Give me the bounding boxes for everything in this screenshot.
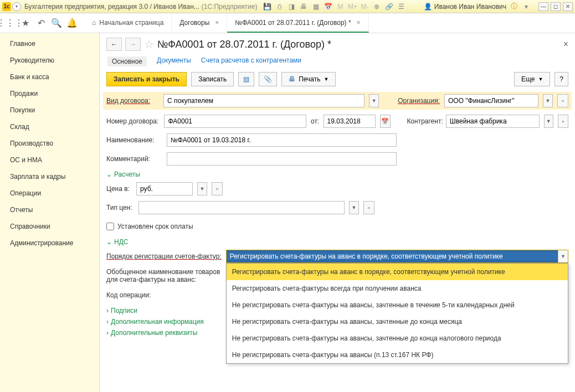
favorite-star-icon[interactable]: ☆	[144, 38, 154, 51]
print-button[interactable]: 🖶Печать▼	[281, 72, 336, 86]
tip-label: Тип цен:	[106, 204, 134, 212]
forward-button[interactable]: →	[125, 38, 141, 51]
calc-m-icon[interactable]: M	[336, 2, 345, 11]
close-window-button[interactable]: ✕	[563, 2, 573, 11]
window-title: Бухгалтерия предприятия, редакция 3.0 / …	[24, 3, 199, 11]
calc-mp-icon[interactable]: M+	[348, 2, 357, 11]
close-icon[interactable]: ×	[357, 19, 361, 27]
srok-checkbox[interactable]	[106, 223, 114, 230]
org-label: Организация:	[398, 97, 440, 105]
dropdown-option[interactable]: Не регистрировать счета-фактуры на аванс…	[227, 313, 568, 330]
sidebar-item-admin[interactable]: Администрирование	[0, 235, 99, 251]
tab-document[interactable]: №ФА0001 от 28.07.2011 г. (Договор) * ×	[227, 13, 368, 33]
sidebar-item-production[interactable]: Производство	[0, 135, 99, 152]
minimize-button[interactable]: —	[538, 2, 548, 11]
num-field[interactable]: ФА0001	[164, 115, 306, 128]
kontr-field[interactable]: Швейная фабрика	[446, 115, 540, 128]
calendar-button[interactable]: 📅	[380, 115, 391, 128]
tab-home[interactable]: ⌂ Начальная страница	[84, 13, 172, 33]
sidebar-item-warehouse[interactable]: Склад	[0, 118, 99, 135]
compare-icon[interactable]: ◨	[287, 2, 296, 11]
sidebar-item-manager[interactable]: Руководителю	[0, 52, 99, 69]
table-icon[interactable]: ▦	[311, 2, 320, 11]
zoom-in-icon[interactable]: ⊕	[372, 2, 381, 11]
save-disk-icon[interactable]: 💾	[263, 2, 271, 11]
group-raschety[interactable]: Расчеты	[106, 171, 568, 178]
more-button[interactable]: Еще▼	[514, 72, 550, 86]
subtab-documents[interactable]: Документы	[157, 56, 191, 66]
apps-grid-icon[interactable]: ⋮⋮⋮	[2, 16, 18, 31]
tab-contracts-label: Договоры	[179, 19, 209, 27]
org-open-button[interactable]: ▫	[557, 94, 568, 107]
main-content: ← → ☆ №ФА0001 от 28.07.2011 г. (Договор)…	[100, 33, 575, 392]
page-title: №ФА0001 от 28.07.2011 г. (Договор) *	[157, 39, 331, 50]
form-button[interactable]: ▤	[238, 72, 254, 86]
dropdown-option[interactable]: Регистрировать счета-фактуры на аванс в …	[227, 264, 568, 280]
vid-dropdown-button[interactable]: ▼	[369, 94, 379, 107]
close-icon[interactable]: ×	[215, 19, 219, 27]
close-document-button[interactable]: ×	[563, 39, 568, 49]
dropdown-icon[interactable]: ▾	[12, 2, 21, 11]
sidebar-item-assets[interactable]: ОС и НМА	[0, 152, 99, 168]
tab-contracts[interactable]: Договоры ×	[172, 13, 227, 33]
bell-icon[interactable]: 🔔	[64, 16, 80, 31]
sidebar-item-sales[interactable]: Продажи	[0, 85, 99, 102]
info-icon[interactable]: ⓘ	[510, 2, 518, 11]
kontr-open-button[interactable]: ▫	[558, 115, 568, 128]
print-icon[interactable]: ⎙	[275, 2, 284, 11]
star-icon[interactable]: ★	[18, 16, 33, 31]
cena-field[interactable]: руб.	[136, 182, 193, 195]
sidebar-item-purchases[interactable]: Покупки	[0, 102, 99, 118]
dropdown-option[interactable]: Регистрировать счета-фактуры всегда при …	[227, 280, 568, 297]
favorites-icon[interactable]: ☰	[397, 2, 405, 11]
tip-open-button[interactable]: ▫	[363, 201, 374, 214]
komm-field[interactable]	[167, 152, 397, 166]
help-button[interactable]: ?	[555, 72, 568, 86]
poryadok-dropdown-button[interactable]: ▼	[558, 250, 568, 262]
back-button[interactable]: ←	[106, 38, 122, 51]
sidebar-item-reports[interactable]: Отчеты	[0, 202, 99, 218]
user-indicator[interactable]: 👤 Иванов Иван Иванович	[424, 3, 506, 11]
org-field[interactable]: ООО "ФинансЛизинг"	[444, 94, 538, 107]
cena-open-button[interactable]: ▫	[212, 182, 223, 195]
org-dropdown-button[interactable]: ▼	[543, 94, 553, 107]
link-icon[interactable]: 🔗	[384, 2, 393, 11]
subtab-accounts[interactable]: Счета расчетов с контрагентами	[201, 56, 301, 66]
vid-field[interactable]: С покупателем	[163, 94, 364, 107]
kontr-dropdown-button[interactable]: ▼	[544, 115, 553, 128]
num-label: Номер договора:	[106, 117, 160, 125]
dropdown-option[interactable]: Не регистрировать счета-фактуры на аванс…	[227, 330, 568, 347]
calc-mm-icon[interactable]: M-	[360, 2, 369, 11]
printer-icon: 🖶	[289, 75, 295, 83]
tip-dropdown-button[interactable]: ▼	[349, 201, 359, 214]
save-close-button[interactable]: Записать и закрыть	[106, 72, 187, 86]
tip-field[interactable]	[138, 201, 345, 214]
naim-label: Наименование:	[106, 136, 162, 144]
subtab-main[interactable]: Основное	[107, 56, 147, 66]
calendar-icon[interactable]: 📅	[324, 2, 332, 11]
attach-button[interactable]: 📎	[259, 72, 277, 86]
sidebar-item-bank[interactable]: Банк и касса	[0, 69, 99, 85]
naim-field[interactable]: №ФА0001 от 19.03.2018 г.	[167, 133, 397, 147]
help-label: ?	[559, 75, 563, 83]
sidebar-item-catalogs[interactable]: Справочники	[0, 218, 99, 235]
save-button[interactable]: Записать	[191, 72, 234, 86]
form-icon: ▤	[243, 75, 249, 83]
printer2-icon[interactable]: 🖶	[299, 2, 308, 11]
sidebar-item-main[interactable]: Главное	[0, 38, 99, 52]
sidebar-item-operations[interactable]: Операции	[0, 185, 99, 202]
komm-label: Комментарий:	[106, 155, 162, 163]
sidebar-item-salary[interactable]: Зарплата и кадры	[0, 168, 99, 185]
kod-label: Код операции:	[106, 291, 156, 299]
poryadok-select[interactable]: Регистрировать счета-фактуры на аванс в …	[226, 250, 568, 263]
group-nds[interactable]: НДС	[106, 238, 568, 246]
history-icon[interactable]: ↶	[33, 16, 49, 31]
dropdown-option[interactable]: Не регистрировать счета-фактуры на аванс…	[227, 347, 568, 363]
dropdown-option[interactable]: Не регистрировать счета-фактуры на аванс…	[227, 297, 568, 313]
cena-dropdown-button[interactable]: ▼	[197, 182, 207, 195]
date-field[interactable]: 19.03.2018	[324, 115, 376, 128]
maximize-button[interactable]: ◻	[551, 2, 561, 11]
dropdown2-icon[interactable]: ▾	[522, 2, 531, 11]
date-value: 19.03.2018	[327, 117, 361, 125]
search-icon[interactable]: 🔍	[49, 16, 64, 31]
